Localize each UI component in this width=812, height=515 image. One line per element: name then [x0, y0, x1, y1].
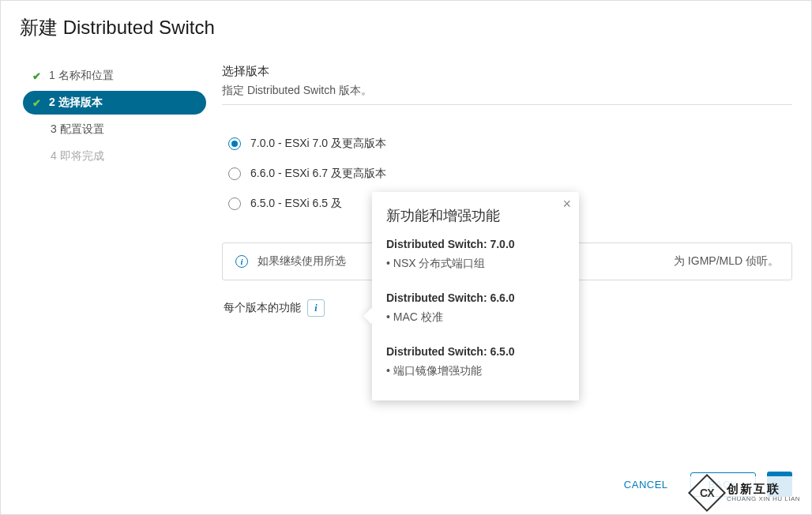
popover-section-item: • MAC 校准 [386, 310, 565, 325]
option-label: 7.0.0 - ESXi 7.0 及更高版本 [250, 137, 386, 151]
close-icon[interactable]: × [562, 197, 571, 211]
popover-section-item: • 端口镜像增强功能 [386, 364, 565, 378]
feature-popover: × 新功能和增强功能 Distributed Switch: 7.0.0 • N… [372, 192, 579, 400]
wizard-step-label: 2 选择版本 [49, 96, 103, 110]
radio-icon[interactable] [228, 137, 241, 150]
feature-label: 每个版本的功能 [224, 301, 301, 315]
check-icon: ✔ [32, 97, 41, 109]
version-option-660[interactable]: 6.6.0 - ESXi 6.7 及更高版本 [228, 159, 792, 189]
cancel-button[interactable]: CANCEL [613, 472, 679, 497]
info-text-prefix: 如果继续使用所选 [258, 254, 346, 269]
info-icon: i [235, 255, 248, 268]
radio-icon[interactable] [228, 197, 241, 210]
dialog-title: 新建 Distributed Switch [1, 1, 811, 48]
watermark-logo-text: CX [700, 487, 713, 499]
wizard-step-name-location[interactable]: ✔ 1 名称和位置 [23, 64, 206, 88]
radio-icon[interactable] [228, 167, 241, 180]
popover-section-item: • NSX 分布式端口组 [386, 257, 565, 271]
wizard-step-select-version[interactable]: ✔ 2 选择版本 [23, 91, 206, 115]
dialog-title-en: Distributed Switch [58, 17, 215, 38]
pane-subtitle: 指定 Distributed Switch 版本。 [222, 84, 792, 98]
popover-section-title: Distributed Switch: 7.0.0 [386, 238, 565, 250]
wizard-step-label: 3 配置设置 [51, 122, 104, 137]
wizard-step-label: 4 即将完成 [51, 149, 104, 164]
watermark: CX 创新互联 CHUANG XIN HU LIAN [687, 476, 806, 509]
watermark-en: CHUANG XIN HU LIAN [727, 496, 800, 503]
info-text-suffix: 为 IGMP/MLD 侦听。 [674, 254, 779, 269]
pane-header: 选择版本 指定 Distributed Switch 版本。 [222, 64, 792, 105]
popover-section-title: Distributed Switch: 6.5.0 [386, 345, 565, 358]
watermark-logo: CX [688, 474, 726, 512]
check-icon: ✔ [32, 70, 41, 82]
pane-title: 选择版本 [222, 64, 792, 79]
version-option-700[interactable]: 7.0.0 - ESXi 7.0 及更高版本 [228, 129, 792, 159]
wizard-steps: ✔ 1 名称和位置 ✔ 2 选择版本 3 配置设置 4 即将完成 [1, 48, 206, 317]
option-label: 6.5.0 - ESXi 6.5 及 [250, 197, 342, 211]
popover-section-title: Distributed Switch: 6.6.0 [386, 291, 565, 304]
wizard-step-label: 1 名称和位置 [49, 69, 114, 83]
watermark-text: 创新互联 CHUANG XIN HU LIAN [727, 483, 800, 502]
wizard-step-complete[interactable]: 4 即将完成 [23, 145, 206, 168]
feature-info-button[interactable]: i [307, 299, 325, 317]
wizard-step-configure[interactable]: 3 配置设置 [23, 118, 206, 141]
watermark-cn: 创新互联 [727, 483, 800, 496]
dialog-title-cn: 新建 [20, 17, 58, 38]
option-label: 6.6.0 - ESXi 6.7 及更高版本 [250, 167, 386, 181]
popover-title: 新功能和增强功能 [386, 206, 565, 225]
